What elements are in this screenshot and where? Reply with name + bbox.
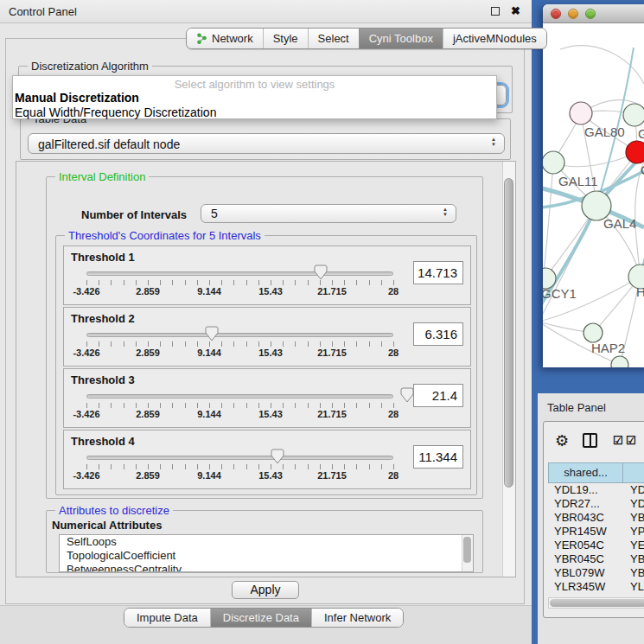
threshold-3-box: Threshold 3 -3.4262.8599.14415.4321.7152… — [63, 368, 471, 428]
network-canvas[interactable]: GAL80 GA C GAL11 GAL4 GCY1 H HAP2 — [543, 23, 644, 367]
table-row[interactable]: YBR043CYBR0 — [548, 511, 644, 525]
combo-arrows-icon: ▲▼ — [443, 207, 448, 217]
mac-minimize-button[interactable] — [568, 9, 578, 19]
mac-close-button[interactable] — [551, 9, 561, 19]
slider-ticks — [86, 403, 394, 408]
numerical-attributes-label: Numerical Attributes — [52, 519, 162, 532]
checkbox-icon[interactable]: ☑ — [613, 434, 623, 447]
node-label: GAL80 — [584, 124, 625, 139]
apply-button[interactable]: Apply — [232, 581, 299, 599]
list-item[interactable]: TopologicalCoefficient — [60, 549, 473, 563]
table-row[interactable]: YIL052CYIL0 — [548, 594, 644, 596]
table-row[interactable]: YER054CYER0 — [548, 539, 644, 552]
threshold-1-label: Threshold 1 — [71, 251, 135, 264]
list-scrollbar[interactable] — [462, 535, 473, 571]
tab-impute-data[interactable]: Impute Data — [124, 609, 210, 627]
interval-definition-group: Interval Definition Number of Intervals … — [46, 176, 483, 499]
node-label: GCY1 — [543, 286, 577, 301]
slider-scale-labels: -3.4262.8599.14415.4321.71528 — [86, 286, 393, 297]
node-bottom[interactable] — [611, 356, 628, 367]
node-gal11[interactable] — [543, 151, 564, 174]
slider-ticks — [86, 464, 394, 469]
node-gal80[interactable] — [570, 102, 592, 124]
number-of-intervals-label: Number of Intervals — [81, 208, 187, 221]
threshold-4-label: Threshold 4 — [71, 435, 135, 448]
mac-zoom-button[interactable] — [585, 9, 596, 19]
control-panel-titlebar: Control Panel ✖ — [0, 0, 532, 23]
table-toolbar: ⚙ ☑ ☑ — [544, 422, 644, 462]
gear-icon[interactable]: ⚙ — [555, 431, 569, 450]
menu-item-manual-discretization[interactable]: Manual Discretization — [15, 91, 139, 105]
node-label: GAL4 — [603, 216, 636, 231]
list-item[interactable]: SelfLoops — [60, 535, 473, 549]
threshold-4-slider-thumb[interactable] — [271, 449, 284, 464]
table-row[interactable]: YDL19...YDL1 — [548, 483, 644, 497]
threshold-2-value-field[interactable]: 6.316 — [413, 322, 463, 346]
threshold-1-value-field[interactable]: 14.713 — [413, 261, 463, 284]
tab-infer-network[interactable]: Infer Network — [311, 609, 403, 627]
cyni-bottom-tabs: Impute Data Discretize Data Infer Networ… — [124, 608, 404, 628]
control-panel-tabs: Network Style Select Cyni Toolbox jActiv… — [186, 28, 547, 49]
threshold-3-label: Threshold 3 — [71, 373, 135, 386]
tab-select[interactable]: Select — [308, 29, 359, 48]
table-row[interactable]: YPR145WYPR1 — [548, 525, 644, 539]
threshold-1-slider-thumb[interactable] — [314, 265, 328, 280]
threshold-2-label: Threshold 2 — [71, 312, 135, 325]
combo-arrows-icon: ▲▼ — [491, 137, 496, 147]
table-row[interactable]: YBL079WYBL0 — [548, 566, 644, 580]
node-label: GAL11 — [558, 174, 598, 188]
table-row[interactable]: YLR345WYLR3 — [548, 580, 644, 594]
algorithm-placeholder: Select algorithm to view settings — [13, 78, 496, 91]
tab-jactivemnodules[interactable]: jActiveMNodules — [443, 29, 546, 48]
algorithm-dropdown-popup: Select algorithm to view settings Manual… — [12, 75, 497, 119]
attributes-group: Attributes to discretize Numerical Attri… — [46, 510, 483, 573]
thresholds-group: Threshold's Coordinates for 5 Intervals … — [55, 235, 477, 495]
slider-scale-labels: -3.4262.8599.14415.4321.71528 — [86, 348, 393, 359]
settings-scrollbar-thumb[interactable] — [504, 178, 513, 488]
threshold-4-slider-track[interactable] — [86, 456, 393, 460]
node-label: C — [641, 163, 644, 177]
close-icon[interactable]: ✖ — [511, 4, 520, 17]
threshold-2-slider-track[interactable] — [86, 333, 393, 337]
threshold-3-slider-track[interactable] — [86, 394, 393, 399]
table-horizontal-scrollbar-thumb[interactable] — [550, 599, 644, 607]
slider-scale-labels: -3.4262.8599.14415.4321.71528 — [86, 470, 393, 481]
settings-scrollbar[interactable] — [502, 162, 515, 577]
node-label: GA — [638, 126, 644, 141]
threshold-2-slider-thumb[interactable] — [205, 326, 219, 341]
table-row[interactable]: YBR045CYBR0 — [548, 552, 644, 566]
list-scrollbar-thumb[interactable] — [463, 537, 471, 563]
column-header-shared-name[interactable]: shared... — [548, 462, 623, 483]
tab-content-panel: Discretization Algorithm ▲▼ Table Data g… — [5, 38, 525, 604]
node-hap2[interactable] — [583, 323, 603, 342]
float-window-icon[interactable] — [491, 7, 500, 16]
number-of-intervals-combobox[interactable]: 5 ▲▼ — [201, 204, 456, 223]
threshold-4-value-field[interactable]: 11.344 — [413, 445, 463, 469]
list-item[interactable]: BetweennessCentrality — [60, 563, 473, 572]
node-ga[interactable] — [623, 104, 644, 126]
thresholds-group-label: Threshold's Coordinates for 5 Intervals — [65, 229, 265, 242]
checkbox-icon[interactable]: ☑ — [626, 434, 636, 447]
network-tab-icon — [196, 33, 207, 45]
table-rows: YDL19...YDL1 YDR27...YDR2 YBR043CYBR0 YP… — [548, 483, 644, 596]
tab-cyni-toolbox[interactable]: Cyni Toolbox — [359, 29, 443, 48]
slider-ticks — [86, 341, 394, 347]
table-row[interactable]: YDR27...YDR2 — [548, 497, 644, 511]
node-selected-red[interactable] — [626, 141, 644, 163]
threshold-3-value-field[interactable]: 21.4 — [413, 384, 463, 407]
tab-network[interactable]: Network — [187, 29, 263, 48]
threshold-3-slider-thumb[interactable] — [400, 387, 414, 403]
tab-style[interactable]: Style — [263, 29, 308, 48]
table-panel-title: Table Panel — [547, 401, 606, 414]
network-view-window: GAL80 GA C GAL11 GAL4 GCY1 H HAP2 — [543, 4, 644, 367]
numerical-attributes-list[interactable]: SelfLoops TopologicalCoefficient Between… — [59, 534, 474, 572]
table-horizontal-scrollbar[interactable] — [548, 597, 644, 609]
split-columns-icon[interactable] — [583, 433, 597, 448]
table-window: ⚙ ☑ ☑ shared... na YDL19...YDL1 YDR27...… — [543, 421, 644, 618]
column-header-name[interactable]: na — [623, 462, 644, 483]
tab-discretize-data[interactable]: Discretize Data — [210, 609, 311, 627]
table-data-combobox[interactable]: galFiltered.sif default node ▲▼ — [28, 133, 505, 154]
menu-item-equal-width-frequency[interactable]: Equal Width/Frequency Discretization — [15, 105, 216, 119]
node-label: HAP2 — [591, 341, 625, 355]
threshold-1-slider-track[interactable] — [86, 271, 393, 276]
